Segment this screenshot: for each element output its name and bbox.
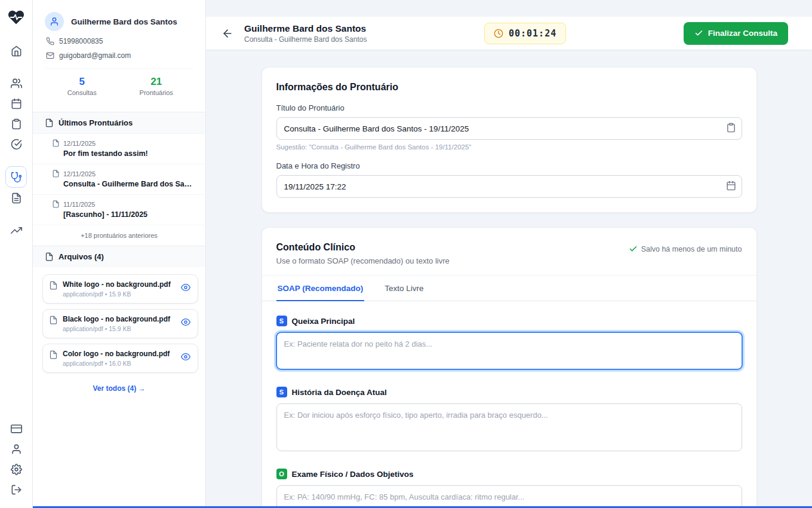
exame-fisico-textarea[interactable] <box>276 485 742 508</box>
eye-icon <box>181 283 190 292</box>
soap-section-exame: O Exame Físico / Dados Objetivos <box>276 469 742 508</box>
phone-icon <box>46 37 54 45</box>
clipboard-icon[interactable] <box>5 114 27 134</box>
eye-icon <box>181 352 190 362</box>
clinical-subtitle: Use o formato SOAP (recomendado) ou text… <box>276 256 450 265</box>
back-button[interactable] <box>219 25 236 42</box>
prontuarios-count: 21 <box>119 76 194 88</box>
patient-avatar <box>45 12 64 31</box>
file-icon <box>49 350 58 359</box>
soap-o-badge: O <box>276 469 287 479</box>
page-title: Guilherme Bard dos Santos <box>244 23 367 34</box>
consultation-timer-badge: 00:01:24 <box>484 23 566 44</box>
file-icon <box>52 139 60 147</box>
stethoscope-icon[interactable] <box>5 166 27 188</box>
file-card[interactable]: Black logo - no background.pdfapplicatio… <box>42 309 198 338</box>
analytics-icon[interactable] <box>5 220 27 240</box>
scroll-content[interactable]: Informações do Prontuário Título do Pron… <box>206 50 812 508</box>
home-icon[interactable] <box>5 41 27 61</box>
patient-name: Guilherme Bard dos Santos <box>71 17 177 26</box>
patient-email-row: guigobard@gmail.com <box>45 51 193 60</box>
file-icon <box>52 200 60 208</box>
record-item[interactable]: 12/11/2025 Por fim testando assim! <box>33 133 205 164</box>
tab-free-text[interactable]: Texto Livre <box>383 276 425 301</box>
finish-consultation-button[interactable]: Finalizar Consulta <box>684 22 788 45</box>
record-info-card: Informações do Prontuário Título do Pron… <box>262 67 757 213</box>
copy-suggestion-button[interactable] <box>726 123 736 133</box>
preview-file-button[interactable] <box>180 281 192 293</box>
files-section-header: Arquivos (4) <box>33 246 205 267</box>
queixa-principal-textarea[interactable] <box>276 332 742 369</box>
app-logo-icon <box>7 8 25 26</box>
check-icon <box>694 29 703 38</box>
more-records-link[interactable]: +18 prontuários anteriores <box>33 225 205 246</box>
check-icon <box>629 244 638 253</box>
consultas-count: 5 <box>45 76 119 88</box>
record-item[interactable]: 11/11/2025 [Rascunho] - 11/11/2025 <box>33 194 205 225</box>
clinical-title: Conteúdo Clínico <box>276 242 450 253</box>
main-area: Guilherme Bard dos Santos Consulta - Gui… <box>206 0 812 508</box>
datetime-picker-button[interactable] <box>726 180 736 191</box>
stat-consultas: 5 Consultas <box>45 76 119 96</box>
document-icon <box>45 118 54 127</box>
preview-file-button[interactable] <box>180 351 192 363</box>
patient-phone-row: 51998000835 <box>45 37 193 45</box>
patient-summary: Guilherme Bard dos Santos 51998000835 gu… <box>33 0 205 112</box>
patient-email: guigobard@gmail.com <box>59 51 131 60</box>
calendar-icon[interactable] <box>5 93 27 114</box>
record-title-input[interactable] <box>276 117 742 140</box>
patient-phone: 51998000835 <box>59 37 103 45</box>
file-icon <box>45 252 54 261</box>
soap-s-badge: S <box>276 387 287 397</box>
record-item[interactable]: 12/11/2025 Consulta - Guilherme Bard dos… <box>33 164 205 194</box>
historia-doenca-textarea[interactable] <box>276 403 742 451</box>
billing-icon[interactable] <box>5 418 27 439</box>
settings-icon[interactable] <box>5 459 27 479</box>
editor-tabs: SOAP (Recomendado) Texto Livre <box>262 275 756 301</box>
file-icon <box>49 316 58 325</box>
clock-icon <box>494 29 503 38</box>
timer-value: 00:01:24 <box>509 28 556 39</box>
file-card[interactable]: White logo - no background.pdfapplicatio… <box>42 274 198 304</box>
tab-soap[interactable]: SOAP (Recomendado) <box>276 276 365 301</box>
record-title-label: Título do Prontuário <box>276 103 742 112</box>
file-icon <box>52 170 60 178</box>
view-all-files-link[interactable]: Ver todos (4) → <box>33 378 205 401</box>
icon-rail <box>0 0 33 508</box>
preview-file-button[interactable] <box>180 316 192 328</box>
patient-stats: 5 Consultas 21 Prontuários <box>45 68 193 105</box>
record-info-title: Informações do Prontuário <box>276 82 742 93</box>
soap-form: S Queixa Principal S História da Doença … <box>262 301 756 508</box>
autosave-status: Salvo há menos de um minuto <box>629 244 742 253</box>
file-card[interactable]: Color logo - no background.pdfapplicatio… <box>42 344 198 373</box>
file-icon <box>49 281 58 290</box>
patients-icon[interactable] <box>5 73 27 93</box>
clipboard-icon <box>726 123 736 133</box>
arrow-left-icon <box>222 27 233 39</box>
stat-prontuarios: 21 Prontuários <box>119 76 194 96</box>
mail-icon <box>46 51 54 60</box>
record-datetime-label: Data e Hora do Registro <box>276 161 742 170</box>
files-list: White logo - no background.pdfapplicatio… <box>33 267 205 378</box>
clinical-content-card: Conteúdo Clínico Use o formato SOAP (rec… <box>262 227 757 508</box>
consultation-header: Guilherme Bard dos Santos Consulta - Gui… <box>206 17 812 50</box>
patient-sidebar: Guilherme Bard dos Santos 51998000835 gu… <box>33 0 206 508</box>
eye-icon <box>181 317 190 327</box>
soap-section-queixa: S Queixa Principal <box>276 316 742 371</box>
profile-icon[interactable] <box>5 439 27 459</box>
record-datetime-input[interactable] <box>276 175 742 198</box>
soap-section-historia: S História da Doença Atual <box>276 387 742 453</box>
title-suggestion: Sugestão: "Consulta - Guilherme Bard dos… <box>276 143 742 151</box>
documents-icon[interactable] <box>5 188 27 208</box>
page-subtitle: Consulta - Guilherme Bard dos Santos <box>244 35 367 44</box>
calendar-icon <box>726 180 736 191</box>
tasks-check-icon[interactable] <box>5 134 27 154</box>
soap-s-badge: S <box>276 316 287 326</box>
app: Guilherme Bard dos Santos 51998000835 gu… <box>0 0 812 508</box>
logout-icon[interactable] <box>5 479 27 500</box>
records-section-header: Últimos Prontuários <box>33 112 205 133</box>
